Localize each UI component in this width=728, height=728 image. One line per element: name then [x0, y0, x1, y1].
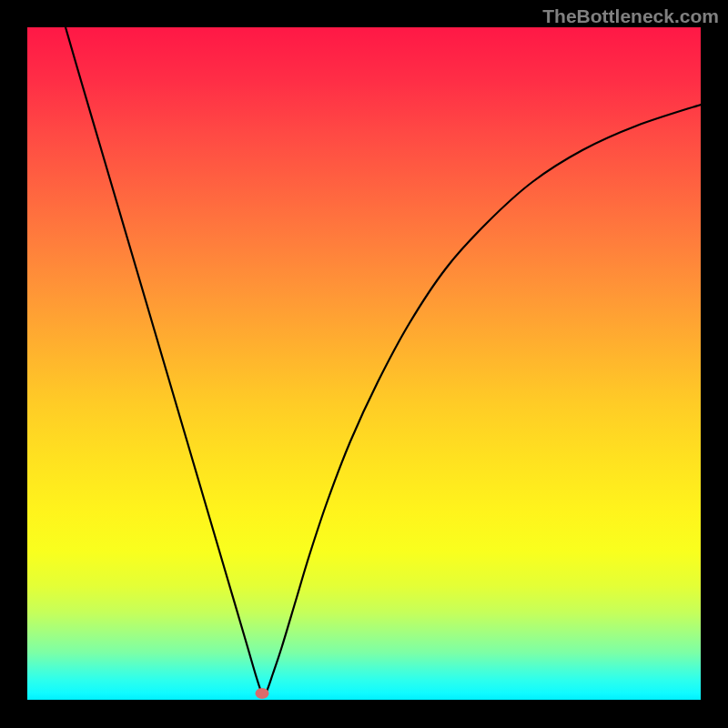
plot-area	[27, 27, 701, 700]
chart-container: TheBottleneck.com	[0, 0, 728, 728]
watermark-text: TheBottleneck.com	[542, 5, 719, 27]
optimum-marker	[256, 688, 269, 699]
curve-svg	[27, 27, 701, 700]
bottleneck-curve	[66, 27, 701, 695]
